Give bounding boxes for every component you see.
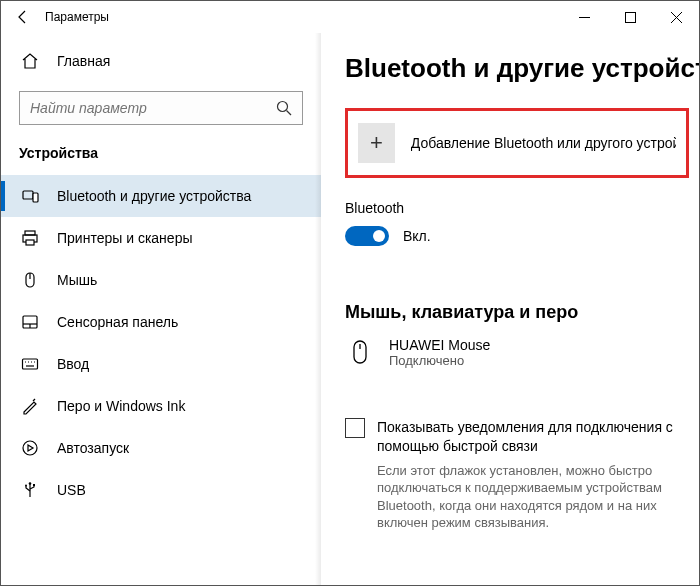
sidebar-item-label: Bluetooth и другие устройства bbox=[57, 188, 251, 204]
sidebar-item-pen[interactable]: Перо и Windows Ink bbox=[1, 385, 321, 427]
touchpad-icon bbox=[21, 313, 39, 331]
svg-line-5 bbox=[287, 111, 292, 116]
sidebar-item-autoplay[interactable]: Автозапуск bbox=[1, 427, 321, 469]
home-icon bbox=[21, 52, 39, 70]
sidebar-item-usb[interactable]: USB bbox=[1, 469, 321, 511]
device-name: HUAWEI Mouse bbox=[389, 337, 490, 353]
svg-rect-16 bbox=[23, 359, 38, 369]
sidebar-item-label: Перо и Windows Ink bbox=[57, 398, 185, 414]
svg-point-4 bbox=[278, 102, 288, 112]
home-label: Главная bbox=[57, 53, 110, 69]
svg-rect-27 bbox=[33, 484, 35, 486]
sidebar-item-label: Принтеры и сканеры bbox=[57, 230, 192, 246]
svg-rect-8 bbox=[25, 231, 35, 235]
sidebar-item-label: Автозапуск bbox=[57, 440, 129, 456]
minimize-button[interactable] bbox=[561, 1, 607, 33]
svg-rect-10 bbox=[26, 240, 34, 245]
window-title: Параметры bbox=[45, 10, 109, 24]
close-button[interactable] bbox=[653, 1, 699, 33]
sidebar-item-printers[interactable]: Принтеры и сканеры bbox=[1, 217, 321, 259]
back-button[interactable] bbox=[9, 1, 37, 33]
mouse-icon bbox=[21, 271, 39, 289]
add-device-highlight: + Добавление Bluetooth или другого устро… bbox=[345, 108, 689, 178]
sidebar-item-touchpad[interactable]: Сенсорная панель bbox=[1, 301, 321, 343]
sidebar-item-label: Ввод bbox=[57, 356, 89, 372]
sidebar-item-label: Мышь bbox=[57, 272, 97, 288]
sidebar-item-label: USB bbox=[57, 482, 86, 498]
search-icon bbox=[276, 100, 292, 116]
sidebar-item-mouse[interactable]: Мышь bbox=[1, 259, 321, 301]
device-status: Подключено bbox=[389, 353, 490, 368]
autoplay-icon bbox=[21, 439, 39, 457]
bluetooth-state: Вкл. bbox=[403, 228, 431, 244]
category-label: Устройства bbox=[1, 139, 321, 175]
keyboard-icon bbox=[21, 355, 39, 373]
svg-point-25 bbox=[29, 482, 32, 485]
svg-line-22 bbox=[33, 399, 35, 401]
bluetooth-toggle[interactable] bbox=[345, 226, 389, 246]
main-panel: Bluetooth и другие устройства + Добавлен… bbox=[321, 33, 699, 585]
titlebar: Параметры bbox=[1, 1, 699, 33]
search-field[interactable] bbox=[30, 100, 276, 116]
sidebar-item-typing[interactable]: Ввод bbox=[1, 343, 321, 385]
section-heading: Мышь, клавиатура и перо bbox=[345, 302, 699, 323]
search-input[interactable] bbox=[19, 91, 303, 125]
add-device-button[interactable]: + bbox=[358, 123, 395, 163]
bluetooth-label: Bluetooth bbox=[345, 200, 699, 216]
page-title: Bluetooth и другие устройства bbox=[345, 53, 699, 84]
usb-icon bbox=[21, 481, 39, 499]
sidebar-item-label: Сенсорная панель bbox=[57, 314, 178, 330]
svg-rect-1 bbox=[625, 12, 635, 22]
plus-icon: + bbox=[370, 130, 383, 156]
swift-pair-label: Показывать уведомления для подключения с… bbox=[377, 418, 679, 456]
add-device-label[interactable]: Добавление Bluetooth или другого устройс… bbox=[411, 135, 676, 151]
devices-icon bbox=[21, 187, 39, 205]
printer-icon bbox=[21, 229, 39, 247]
sidebar: Главная Устройства Bluetooth и другие ус… bbox=[1, 33, 321, 585]
home-link[interactable]: Главная bbox=[1, 41, 321, 81]
svg-point-23 bbox=[23, 441, 37, 455]
svg-point-26 bbox=[25, 485, 27, 487]
swift-pair-checkbox[interactable] bbox=[345, 418, 365, 438]
pen-icon bbox=[21, 397, 39, 415]
maximize-button[interactable] bbox=[607, 1, 653, 33]
device-item[interactable]: HUAWEI Mouse Подключено bbox=[345, 337, 699, 368]
svg-rect-6 bbox=[23, 191, 33, 199]
svg-rect-7 bbox=[33, 193, 38, 202]
mouse-device-icon bbox=[351, 339, 371, 365]
swift-pair-help: Если этот флажок установлен, можно быстр… bbox=[377, 462, 699, 532]
sidebar-item-bluetooth[interactable]: Bluetooth и другие устройства bbox=[1, 175, 321, 217]
